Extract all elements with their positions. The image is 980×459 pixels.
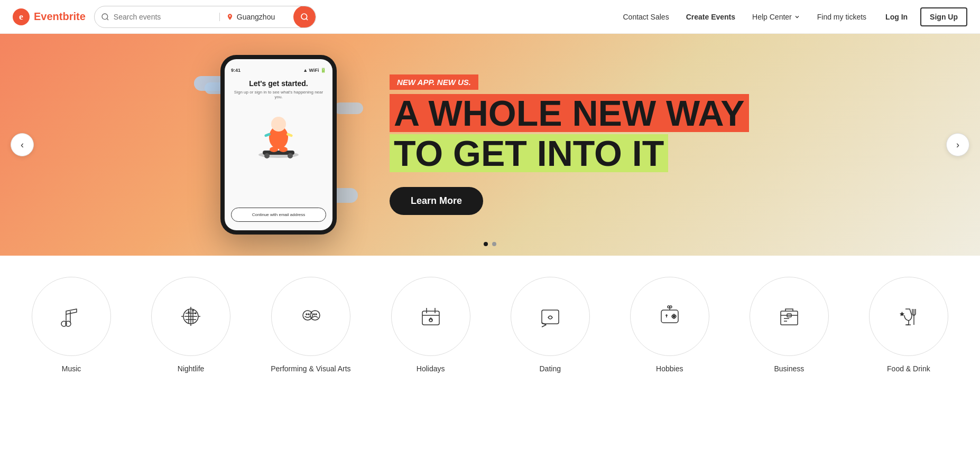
category-nightlife[interactable]: Nightlife (151, 277, 230, 373)
category-arts[interactable]: Performing & Visual Arts (271, 277, 350, 373)
svg-point-6 (264, 153, 270, 158)
svg-rect-53 (781, 311, 798, 325)
category-food[interactable]: Food & Drink (869, 277, 948, 373)
hero-text-area: NEW APP. NEW US. A WHOLE NEW WAY TO GET … (368, 74, 791, 215)
hero-dots (484, 242, 496, 246)
location-text: Guangzhou (237, 13, 275, 21)
category-business[interactable]: Business (750, 277, 829, 373)
holidays-icon (417, 303, 445, 330)
phone-illustration (247, 106, 310, 164)
hero-next-button[interactable]: › (946, 133, 969, 156)
category-label-business: Business (774, 364, 804, 373)
hero-dot-1[interactable] (484, 242, 488, 246)
phone-status-bar: 9:41 ▲ WiFi 🔋 (231, 68, 326, 73)
svg-point-34 (308, 314, 309, 315)
svg-point-13 (279, 147, 288, 152)
category-circle-arts (271, 277, 350, 356)
category-hobbies[interactable]: Hobbies (630, 277, 709, 373)
category-holidays[interactable]: Holidays (391, 277, 470, 373)
svg-point-7 (288, 153, 293, 158)
phone-icons: ▲ WiFi 🔋 (303, 68, 326, 73)
logo[interactable]: e Eventbrite (13, 8, 86, 25)
hero-prev-button[interactable]: ‹ (11, 133, 34, 156)
category-music[interactable]: Music (32, 277, 111, 373)
svg-point-46 (670, 306, 672, 308)
help-center-label: Help Center (752, 13, 792, 21)
phone-title: Let's get started. (249, 79, 308, 88)
svg-point-32 (303, 311, 312, 320)
phone-mockup: 9:41 ▲ WiFi 🔋 Let's get started. Sign up… (220, 55, 337, 235)
nav-help-center[interactable]: Help Center (746, 8, 807, 25)
category-circle-dating (511, 277, 590, 356)
nightlife-icon (177, 303, 205, 330)
phone-subtitle: Sign up or sign in to see what's happeni… (231, 90, 326, 99)
search-icon (101, 13, 109, 21)
phone-screen: 9:41 ▲ WiFi 🔋 Let's get started. Sign up… (225, 59, 332, 230)
category-label-dating: Dating (540, 364, 561, 373)
category-label-hobbies: Hobbies (656, 364, 683, 373)
category-circle-hobbies (630, 277, 709, 356)
svg-text:e: e (19, 11, 23, 21)
hero-heading-line2: TO GET INTO IT (390, 134, 668, 172)
arts-icon (297, 303, 325, 330)
svg-point-9 (271, 117, 286, 132)
svg-point-50 (673, 316, 675, 319)
category-circle-food (869, 277, 948, 356)
nav-contact-sales[interactable]: Contact Sales (616, 8, 675, 25)
category-label-food: Food & Drink (887, 364, 930, 373)
svg-rect-44 (661, 310, 678, 323)
svg-point-35 (310, 311, 320, 320)
login-button[interactable]: Log In (877, 8, 916, 25)
search-button[interactable] (293, 6, 316, 28)
search-submit-icon (300, 13, 309, 21)
hero-cta-button[interactable]: Learn More (390, 187, 483, 215)
cloud-top-right (334, 102, 363, 114)
svg-point-37 (316, 314, 317, 315)
categories-section: Music (0, 256, 980, 405)
logo-text: Eventbrite (34, 11, 86, 23)
category-circle-business (750, 277, 829, 356)
category-label-music: Music (62, 364, 81, 373)
category-label-holidays: Holidays (417, 364, 445, 373)
location-icon (226, 13, 234, 21)
location-wrap: Guangzhou (220, 13, 294, 21)
dating-icon (537, 303, 564, 330)
category-label-nightlife: Nightlife (178, 364, 205, 373)
svg-point-33 (306, 314, 307, 315)
nav-create-events[interactable]: Create Events (680, 8, 742, 25)
phone-cta-button[interactable]: Continue with email address (231, 208, 326, 222)
search-input-wrap (95, 13, 220, 21)
phone-time: 9:41 (231, 68, 241, 73)
svg-point-36 (313, 314, 315, 315)
nav-find-tickets[interactable]: Find my tickets (811, 8, 873, 25)
svg-rect-43 (542, 310, 559, 324)
hero-dot-2[interactable] (492, 242, 496, 246)
category-label-arts: Performing & Visual Arts (271, 364, 350, 373)
category-circle-holidays (391, 277, 470, 356)
hero-inner: 9:41 ▲ WiFi 🔋 Let's get started. Sign up… (146, 34, 834, 256)
search-bar: Guangzhou (94, 6, 316, 28)
category-circle-nightlife (151, 277, 230, 356)
hero-heading: A WHOLE NEW WAY TO GET INTO IT (390, 94, 749, 172)
chevron-down-icon (794, 14, 800, 20)
nav-links: Contact Sales Create Events Help Center … (616, 7, 967, 26)
svg-point-3 (301, 14, 307, 20)
hero-tag: NEW APP. NEW US. (390, 74, 478, 90)
svg-point-12 (270, 147, 278, 152)
food-icon (895, 303, 922, 330)
categories-list: Music (32, 277, 948, 373)
hero-banner: ‹ 9:41 ▲ WiFi 🔋 Let's get started. Sign … (0, 34, 980, 256)
music-icon (58, 303, 85, 330)
signup-button[interactable]: Sign Up (920, 7, 967, 26)
category-dating[interactable]: Dating (511, 277, 590, 373)
hobbies-icon (656, 303, 683, 330)
hero-heading-line1: A WHOLE NEW WAY (390, 94, 749, 132)
hero-phone-area: 9:41 ▲ WiFi 🔋 Let's get started. Sign up… (189, 55, 368, 235)
business-icon (775, 303, 803, 330)
svg-point-2 (102, 14, 108, 20)
header: e Eventbrite Guangzhou Contact Sales Cre… (0, 0, 980, 34)
search-input[interactable] (114, 13, 213, 21)
category-circle-music (32, 277, 111, 356)
